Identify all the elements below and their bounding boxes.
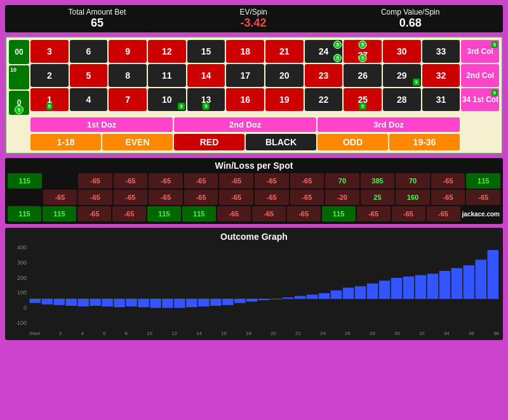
num-18[interactable]: 18: [226, 40, 264, 63]
wl-cell: -65: [43, 190, 77, 205]
double-zero[interactable]: 00: [9, 40, 29, 64]
num-7[interactable]: 7: [109, 88, 147, 111]
num-16[interactable]: 16: [226, 88, 264, 111]
svg-rect-5: [77, 299, 88, 306]
num-11[interactable]: 11: [148, 64, 186, 87]
comp-value: 0.68: [381, 16, 440, 30]
num-15[interactable]: 15: [187, 40, 225, 63]
jackace-label: jackace.com: [462, 206, 501, 221]
num-20[interactable]: 20: [265, 64, 304, 87]
num-3[interactable]: 3: [30, 40, 69, 63]
ev-block: EV/Spin -3.42: [239, 8, 267, 30]
wl-cell: 115: [43, 206, 76, 221]
comp-block: Comp Value/Spin 0.68: [381, 8, 440, 30]
num-32[interactable]: 32: [422, 64, 460, 87]
bet-black[interactable]: BLACK: [246, 134, 316, 150]
num-8[interactable]: 8: [109, 64, 147, 87]
zero-cell[interactable]: 0 5: [9, 91, 29, 115]
svg-rect-35: [439, 271, 450, 299]
wl-cell: -65: [149, 173, 183, 188]
num-14[interactable]: 14: [187, 64, 225, 87]
num-24[interactable]: 24 5 5: [305, 40, 343, 63]
num-4[interactable]: 4: [70, 88, 108, 111]
wl-cell: 115: [8, 173, 42, 188]
first-dozen[interactable]: 1st Doz: [30, 117, 173, 132]
total-bet-value: 65: [69, 16, 126, 30]
num-29[interactable]: 5 29: [383, 64, 421, 87]
wl-cell: -20: [325, 190, 359, 205]
svg-rect-16: [210, 299, 221, 306]
x-14: 14: [196, 331, 202, 336]
num-26[interactable]: 26: [344, 64, 382, 87]
wl-cell: -65: [114, 190, 148, 205]
num-13[interactable]: 5 13: [187, 88, 225, 111]
wl-cell: -65: [427, 206, 460, 221]
num-27[interactable]: 5 27 5: [344, 40, 382, 63]
num-28[interactable]: 28: [383, 88, 421, 111]
wl-cell: 115: [466, 173, 500, 188]
col-3rd[interactable]: 5 3rd Col: [461, 40, 499, 63]
svg-rect-7: [102, 299, 112, 306]
second-dozen[interactable]: 2nd Doz: [174, 117, 316, 132]
bet-19-36[interactable]: 19-36: [389, 134, 460, 150]
num-19[interactable]: 19: [265, 88, 304, 111]
third-dozen[interactable]: 3rd Doz: [318, 117, 460, 132]
wl-cell: 115: [182, 206, 216, 221]
num-9[interactable]: 9: [109, 40, 147, 63]
x-36: 36: [469, 331, 474, 336]
svg-rect-10: [138, 299, 149, 307]
wl-cell: 25: [361, 190, 395, 205]
wl-cell: 385: [361, 173, 395, 188]
num-25[interactable]: 5 25: [344, 88, 382, 111]
col-1st[interactable]: 5 34 1st Col: [461, 88, 499, 111]
num-2[interactable]: 2: [30, 64, 69, 87]
num-23[interactable]: 23: [305, 64, 343, 87]
dozen-row: 1st Doz 2nd Doz 3rd Doz: [9, 117, 499, 132]
num-22[interactable]: 22: [305, 88, 343, 111]
svg-rect-26: [331, 291, 342, 299]
num-12[interactable]: 12: [148, 40, 186, 63]
svg-rect-6: [90, 299, 100, 306]
num-5[interactable]: 5: [70, 64, 108, 87]
wl-cell: 115: [147, 206, 181, 221]
svg-rect-34: [427, 273, 438, 299]
bet-1-18[interactable]: 1-18: [30, 134, 101, 150]
num-33[interactable]: 33: [422, 40, 460, 63]
num-30[interactable]: 30: [383, 40, 421, 63]
y-neg100: -100: [9, 320, 27, 326]
wl-cell: -65: [290, 190, 324, 205]
x-28: 28: [370, 331, 375, 336]
total-bet-label: Total Amount Bet: [69, 8, 126, 16]
x-38: 38: [493, 331, 499, 336]
x-8: 8: [125, 331, 128, 336]
ten-cell[interactable]: 10: [9, 65, 29, 89]
num-17[interactable]: 17: [226, 64, 264, 87]
bet-even[interactable]: EVEN: [102, 134, 173, 150]
bet-odd[interactable]: ODD: [318, 134, 388, 150]
svg-rect-19: [246, 299, 257, 301]
ev-label: EV/Spin: [239, 8, 267, 16]
wl-cell: -65: [255, 173, 289, 188]
num-10[interactable]: 5 10: [148, 88, 186, 111]
wl-cell: -65: [78, 190, 112, 205]
svg-rect-31: [391, 278, 402, 299]
x-12: 12: [171, 331, 177, 336]
svg-rect-12: [162, 299, 173, 308]
x-6: 6: [103, 331, 105, 336]
zero-column: 00 10 0 5: [9, 40, 29, 115]
wl-cell: [43, 173, 77, 188]
num-6[interactable]: 6: [70, 40, 108, 63]
num-21[interactable]: 21: [265, 40, 304, 63]
total-bet-block: Total Amount Bet 65: [69, 8, 126, 30]
wl-cell: -65: [287, 206, 321, 221]
svg-rect-11: [150, 299, 161, 308]
bet-red[interactable]: RED: [174, 134, 244, 150]
wl-cell: -65: [431, 190, 465, 205]
wl-cell: -65: [357, 206, 391, 221]
col-2nd[interactable]: 2nd Col: [461, 64, 499, 87]
svg-rect-37: [464, 265, 474, 299]
wl-cell: 115: [8, 206, 41, 221]
x-10: 10: [147, 331, 152, 336]
num-31[interactable]: 31: [422, 88, 460, 111]
num-1[interactable]: 5 1: [30, 88, 69, 111]
